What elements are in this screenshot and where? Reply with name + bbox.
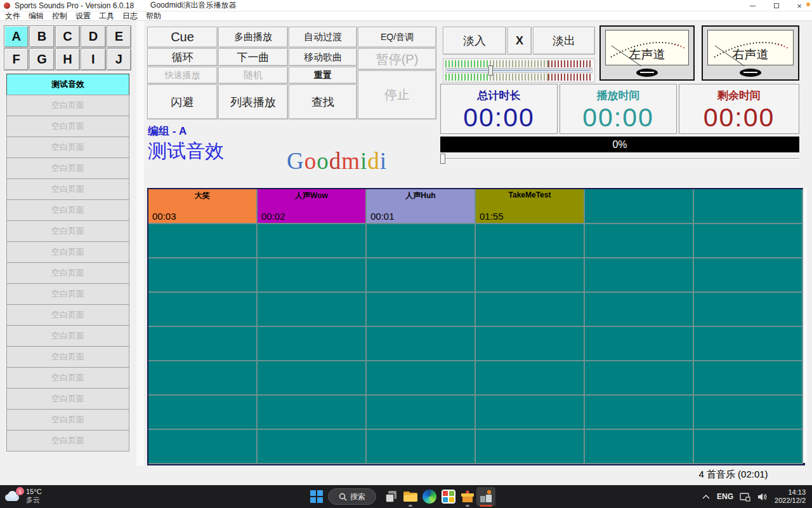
random-button[interactable]: 随机 [218,67,288,84]
seek-track[interactable] [440,158,799,160]
next-song-button[interactable]: 下一曲 [218,48,288,66]
tab-G[interactable]: G [29,48,54,70]
volume-slider[interactable] [443,58,595,83]
page-item-3[interactable]: 空白页面 [6,116,129,137]
find-button[interactable]: 查找 [289,84,357,119]
empty-grid-cell [694,361,803,396]
page-item-5[interactable]: 空白页面 [6,157,129,179]
tab-H[interactable]: H [55,48,80,70]
tab-F[interactable]: F [4,48,29,70]
menu-item-2[interactable]: 编辑 [29,11,44,22]
page-item-1[interactable]: 测试音效 [6,74,129,95]
taskbar-search[interactable]: 搜索 [328,488,376,505]
loop-button[interactable]: 循环 [147,48,218,66]
seek-slider[interactable] [440,153,799,164]
sound-button-大笑[interactable]: 大笑00:03 [148,189,258,224]
empty-grid-cell [585,361,694,396]
volume-thumb[interactable] [488,65,493,76]
edge-button[interactable] [422,489,437,504]
progress-label: 0% [612,139,627,150]
network-icon[interactable] [740,492,751,502]
sound-button-人声Huh[interactable]: 人声Huh00:01 [367,189,476,224]
eq-pitch-button[interactable]: EQ/音调 [358,27,436,48]
empty-grid-cell [148,224,258,258]
page-item-8[interactable]: 空白页面 [6,220,129,242]
logo-letter: d [367,148,380,174]
sound-button-TakeMeTest[interactable]: TakeMeTest01:55 [476,189,585,224]
cancel-fade-button[interactable]: X [508,27,532,55]
start-button[interactable] [309,489,324,504]
empty-grid-cell [585,258,694,293]
tab-A[interactable]: A [4,25,29,48]
empty-grid-cell [367,430,476,464]
auto-fade-button[interactable]: 自动过渡 [289,27,357,48]
empty-grid-cell [148,430,258,464]
menu-item-7[interactable]: 帮助 [146,11,161,22]
page-item-4[interactable]: 空白页面 [6,137,129,158]
task-view-button[interactable] [384,489,399,504]
store-button[interactable] [441,489,456,504]
page-item-9[interactable]: 空白页面 [6,241,129,263]
tab-E[interactable]: E [107,25,131,48]
tab-C[interactable]: C [55,25,80,48]
page-item-17[interactable]: 空白页面 [6,409,129,431]
tab-J[interactable]: J [107,48,131,70]
quick-play-button[interactable]: 快速播放 [147,67,218,84]
page-item-14[interactable]: 空白页面 [6,346,129,368]
empty-grid-cell [367,258,476,293]
fade-in-button[interactable]: 淡入 [443,27,506,55]
page-item-6[interactable]: 空白页面 [6,178,129,200]
page-item-13[interactable]: 空白页面 [6,325,129,347]
menu-item-1[interactable]: 文件 [5,11,20,22]
reset-button[interactable]: 重置 [289,67,357,84]
list-play-button[interactable]: 列表播放 [218,84,288,119]
stop-button[interactable]: 停止 [358,70,436,119]
tab-I[interactable]: I [81,48,105,70]
menu-item-6[interactable]: 日志 [122,11,138,22]
language-indicator[interactable]: ENG [717,492,733,501]
app-box-button[interactable] [460,489,475,504]
volume-track[interactable] [445,68,593,73]
remaining-time-panel: 剩余时间 00:00 [679,84,799,134]
close-button[interactable]: × [790,0,808,11]
empty-grid-cell [367,361,476,396]
sound-button-人声Wow[interactable]: 人声Wow00:02 [258,189,367,224]
menu-item-4[interactable]: 设置 [75,11,91,22]
fade-out-button[interactable]: 淡出 [533,27,595,55]
page-item-18[interactable]: 空白页面 [6,430,129,451]
minimize-button[interactable] [743,0,761,11]
menu-item-3[interactable]: 控制 [52,11,67,22]
seek-thumb[interactable] [440,154,445,164]
duck-button[interactable]: 闪避 [147,84,218,119]
page-item-16[interactable]: 空白页面 [6,388,129,410]
app-box-running-dot [466,505,469,507]
empty-grid-cell [585,189,694,224]
tab-D[interactable]: D [81,25,105,48]
speaker-icon[interactable] [757,492,768,502]
empty-grid-cell [694,258,803,293]
page-item-12[interactable]: 空白页面 [6,304,129,326]
weather-widget[interactable]: 1 15°C 多云 [4,488,42,504]
page-item-15[interactable]: 空白页面 [6,367,129,389]
page-item-2[interactable]: 空白页面 [6,95,129,116]
tray-chevron-up-icon[interactable] [702,493,710,500]
store-icon [442,490,455,504]
empty-grid-cell [258,361,367,396]
page-item-7[interactable]: 空白页面 [6,199,129,221]
page-item-11[interactable]: 空白页面 [6,283,129,305]
taskbar-clock[interactable]: 14:13 2022/12/2 [775,488,806,505]
total-time-panel: 总计时长 00:00 [440,84,558,134]
page-item-10[interactable]: 空白页面 [6,262,129,284]
cue-button[interactable]: Cue [147,27,218,48]
active-app-button[interactable] [476,487,495,506]
tab-B[interactable]: B [29,25,54,48]
file-explorer-button[interactable] [403,489,418,504]
task-view-icon [384,490,398,504]
volume-ticks-top [445,60,593,67]
progress-bar: 0% [440,137,799,152]
menu-item-5[interactable]: 工具 [99,11,114,22]
multi-play-button[interactable]: 多曲播放 [218,27,288,48]
pause-button[interactable]: 暂停(P) [358,48,436,70]
restore-button[interactable] [768,0,785,11]
move-song-button[interactable]: 移动歌曲 [289,48,357,66]
